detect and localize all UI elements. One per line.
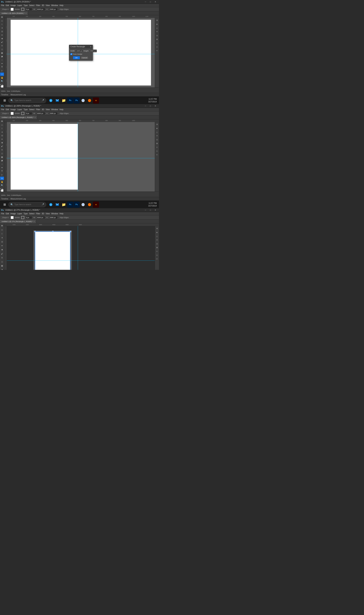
rp2-icon-3[interactable]: △ [155,130,159,134]
menu-3d-3[interactable]: 3D [42,213,44,215]
menu-file-3[interactable]: File [1,213,4,215]
hand-tool[interactable]: ✋ [0,76,4,79]
canvas-1[interactable]: Create Rectangle × Width: Height: [7,18,155,87]
rp3-icon-8[interactable]: A [155,253,159,257]
move-tool-2[interactable]: ✥ [0,120,4,123]
hand-tool-2[interactable]: ✋ [0,180,4,183]
taskbar-icon-ps2[interactable]: Ps [74,98,80,104]
menu-type-2[interactable]: Type [24,109,28,111]
move-tool-3[interactable]: ✥ [0,224,4,228]
rect-select-tool[interactable]: ▭ [0,19,4,23]
rp2-icon-6[interactable]: ⊠ [155,142,159,145]
clone-tool-2[interactable]: ⎘ [0,148,4,152]
tab-untitled-1[interactable]: Untitled-1 @ 200% (RGB/8#) * × [0,11,28,15]
rp2-icon-1[interactable]: ⚙ [155,123,159,126]
menu-select[interactable]: Select [29,4,35,6]
measurement-log-tab-1[interactable]: Measurement Log [11,94,26,96]
rp-icon-6[interactable]: ⊠ [155,38,159,41]
h-value-3[interactable] [49,216,58,219]
menu-image[interactable]: Image [11,4,16,6]
canvas-3[interactable] [7,226,155,270]
rect-select-tool-3[interactable]: ▭ [0,228,4,232]
rp-icon-9[interactable]: ✏ [155,49,159,53]
taskbar-icon-browser[interactable]: e [48,98,54,104]
rp-icon-2[interactable]: ◈ [155,22,159,26]
w-value[interactable] [37,8,45,11]
eyedropper-tool-3[interactable]: ✒ [0,244,4,248]
menu-filter[interactable]: Filter [36,4,40,6]
brush-tool[interactable]: 🖌 [0,41,4,44]
minimize-btn-2[interactable]: ─ [143,104,148,108]
rp-icon-1[interactable]: ⚙ [155,19,159,22]
rp3-icon-9[interactable]: ✏ [155,257,159,261]
width-input[interactable] [76,50,83,52]
rect-select-tool-2[interactable]: ▭ [0,123,4,127]
menu-3d[interactable]: 3D [42,4,44,6]
crop-tool-3[interactable]: ⊡ [0,240,4,244]
clone-tool-3[interactable]: ⎘ [0,256,4,260]
rp2-icon-9[interactable]: ✏ [155,153,159,156]
rp-icon-5[interactable]: ◎ [155,34,159,37]
close-btn-2[interactable]: ✕ [153,104,158,108]
brush-tool-2[interactable]: 🖌 [0,145,4,148]
windows-start-btn-1[interactable]: ⊞ [1,98,8,104]
pen-tool-2[interactable]: ✒ [0,166,4,169]
timeline-tab-1[interactable]: Timeline [1,94,8,96]
h-value-2[interactable] [49,112,58,115]
search-bar-1[interactable]: 🔍 🎤 [8,98,46,103]
search-input-2[interactable] [14,203,40,206]
stroke-swatch-3[interactable] [21,216,24,219]
menu-3d-2[interactable]: 3D [42,109,44,111]
menu-edit-2[interactable]: Edit [6,109,9,111]
fill-swatch-2[interactable] [11,112,14,115]
rp3-icon-5[interactable]: ◎ [155,242,159,245]
handle-tr[interactable] [70,231,71,232]
windows-start-btn-2[interactable]: ⊞ [1,202,8,208]
gradient-tool-2[interactable]: ▦ [0,155,4,159]
menu-help[interactable]: Help [60,4,64,6]
rp2-icon-7[interactable]: ≡ [155,146,159,149]
blur-tool-3[interactable]: ◕ [0,268,4,270]
minimize-btn-1[interactable]: ─ [143,0,148,4]
move-tool[interactable]: ✥ [0,15,4,19]
menu-view-3[interactable]: View [46,213,50,215]
lasso-tool-3[interactable]: ⌇ [0,232,4,236]
tab-2[interactable]: Untitled-1 @ 200% (Rectangle 1, RGB/8) *… [0,115,37,119]
crop-tool[interactable]: ⊡ [0,30,4,33]
taskbar-icon-email[interactable] [54,98,60,104]
menu-edit-3[interactable]: Edit [6,213,9,215]
menu-view-2[interactable]: View [46,109,50,111]
gradient-tool-3[interactable]: ▦ [0,264,4,267]
stroke-swatch-2[interactable] [21,112,24,115]
taskbar2-icon-email[interactable] [54,202,60,208]
taskbar2-icon-ai[interactable]: Ai [93,202,99,208]
rp3-icon-2[interactable]: ◈ [155,231,159,234]
gradient-tool[interactable]: ▦ [0,51,4,55]
measurement-log-tab-2[interactable]: Measurement Log [11,198,26,200]
text-tool-2[interactable]: T [0,169,4,173]
healing-tool-2[interactable]: ✚ [0,141,4,144]
zoom-tool-2[interactable]: 🔍 [0,184,4,187]
w-value-3[interactable] [37,216,45,219]
dialog-close-btn[interactable]: × [90,46,91,48]
taskbar-icon-folder[interactable]: 📁 [61,98,67,104]
eraser-tool[interactable]: ◻ [0,47,4,51]
taskbar-icon-chrome[interactable] [80,98,86,104]
menu-help-2[interactable]: Help [60,109,64,111]
height-input[interactable] [90,50,97,52]
eyedropper-tool[interactable]: ✒ [0,33,4,37]
rp3-icon-3[interactable]: △ [155,235,159,238]
rp2-icon-5[interactable]: ◎ [155,138,159,141]
fg-bg-colors-2[interactable] [0,188,4,192]
taskbar2-icon-folder[interactable]: 📁 [61,202,67,208]
fill-swatch-3[interactable] [11,216,14,219]
menu-file-2[interactable]: File [1,109,4,111]
rp2-icon-2[interactable]: ◈ [155,126,159,130]
tab-close-2[interactable]: × [35,116,36,118]
taskbar2-icon-ps1[interactable]: Ps [67,202,73,208]
restore-btn-3[interactable]: □ [148,208,153,212]
rp2-icon-4[interactable]: ✦ [155,134,159,138]
blur-tool-2[interactable]: ◕ [0,159,4,162]
menu-layer-3[interactable]: Layer [17,213,22,215]
search-bar-2[interactable]: 🔍 🎤 [8,202,46,207]
